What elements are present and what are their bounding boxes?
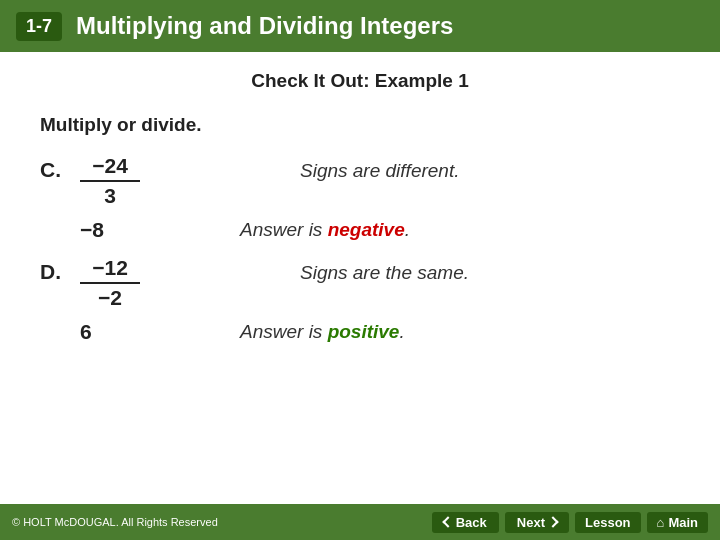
main-content: Check It Out: Example 1 Multiply or divi…	[0, 52, 720, 344]
problem-c-answer-row: −8 Answer is negative.	[40, 218, 680, 242]
main-label: Main	[668, 515, 698, 530]
problem-c-answer-prefix: Answer is	[240, 219, 328, 240]
problem-c-numerator: −24	[80, 154, 140, 182]
problem-c-answer-value: −8	[40, 218, 240, 242]
problem-d-answer-keyword: positive	[328, 321, 400, 342]
footer: © HOLT McDOUGAL. All Rights Reserved Bac…	[0, 504, 720, 540]
section-label: Multiply or divide.	[40, 114, 680, 136]
header-title: Multiplying and Dividing Integers	[76, 12, 453, 40]
problem-d-letter: D.	[40, 256, 80, 284]
problem-d-numerator: −12	[80, 256, 140, 284]
problem-c-group: C. −24 3 Signs are different. −8 Answer …	[40, 154, 680, 242]
next-button[interactable]: Next	[505, 512, 569, 533]
problem-d-block: D. −12 −2 Signs are the same.	[40, 256, 680, 310]
problem-d-fraction: −12 −2	[80, 256, 140, 310]
problem-d-answer-explanation: Answer is positive.	[240, 321, 405, 343]
problem-d-answer-value: 6	[40, 320, 240, 344]
lesson-label: Lesson	[585, 515, 631, 530]
back-arrow-icon	[442, 516, 453, 527]
header-bar: 1-7 Multiplying and Dividing Integers	[0, 0, 720, 52]
next-arrow-icon	[547, 516, 558, 527]
next-label: Next	[517, 515, 545, 530]
problem-d-answer-suffix: .	[399, 321, 404, 342]
problem-c-sign-note: Signs are different.	[300, 160, 459, 182]
problem-c-fraction: −24 3	[80, 154, 140, 208]
problem-c-answer-suffix: .	[405, 219, 410, 240]
problem-d-denominator: −2	[98, 284, 122, 310]
problem-c-block: C. −24 3 Signs are different.	[40, 154, 680, 208]
main-button[interactable]: ⌂ Main	[647, 512, 708, 533]
problem-c-answer-keyword: negative	[328, 219, 405, 240]
lesson-button[interactable]: Lesson	[575, 512, 641, 533]
lesson-badge: 1-7	[16, 12, 62, 41]
back-button[interactable]: Back	[432, 512, 499, 533]
problem-d-sign-note: Signs are the same.	[300, 262, 469, 284]
subtitle: Check It Out: Example 1	[40, 70, 680, 92]
footer-copyright: © HOLT McDOUGAL. All Rights Reserved	[12, 516, 218, 528]
footer-nav: Back Next Lesson ⌂ Main	[432, 512, 708, 533]
problem-d-answer-row: 6 Answer is positive.	[40, 320, 680, 344]
problem-c-answer-explanation: Answer is negative.	[240, 219, 410, 241]
problem-c-denominator: 3	[104, 182, 116, 208]
back-label: Back	[456, 515, 487, 530]
problem-c-letter: C.	[40, 154, 80, 182]
problem-d-answer-prefix: Answer is	[240, 321, 328, 342]
home-icon: ⌂	[657, 515, 665, 530]
problem-d-group: D. −12 −2 Signs are the same. 6 Answer i…	[40, 256, 680, 344]
